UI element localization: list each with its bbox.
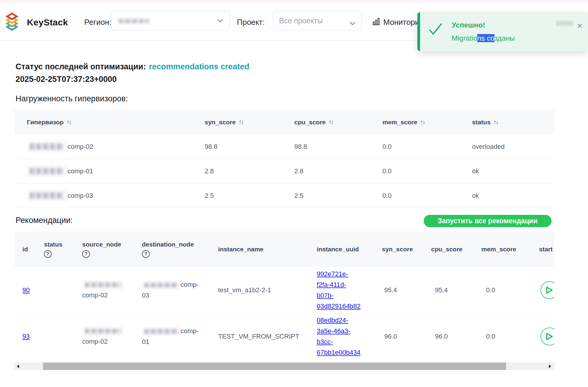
instance-uuid-link[interactable]: 08edbd24-: [317, 315, 348, 326]
project-select-value: Все проекты: [279, 16, 323, 25]
sort-icon: ↑↓: [420, 119, 425, 126]
instance-uuid-link[interactable]: f2fa-411d-: [317, 279, 346, 290]
syn-score-cell: 2.8: [192, 159, 282, 183]
recommendation-status-cell: [36, 267, 74, 314]
source-node-cell: comp-02: [74, 267, 134, 314]
hypervisors-table: Гипервизор↑↓ syn_score↑↓ cpu_score↑↓ mem…: [14, 110, 554, 208]
status-cell: ok: [460, 159, 554, 183]
column-header-syn-score[interactable]: syn_score↑↓: [192, 110, 282, 134]
instance-name-cell: TEST_VM_FROM_SCRIPT: [210, 314, 309, 359]
optimization-status-label: Статус последней оптимизации:: [16, 62, 146, 71]
redacted-hostname-prefix: [27, 140, 67, 153]
column-header-mem-score: mem_score: [473, 232, 526, 267]
hypervisor-name-cell: comp-02: [14, 134, 192, 159]
close-icon[interactable]: ×: [574, 20, 586, 32]
chevron-down-icon: [350, 19, 356, 27]
start-migration-play-button[interactable]: [540, 328, 554, 345]
column-header-hypervisor[interactable]: Гипервизор↑↓: [14, 110, 192, 134]
start-cell: [526, 267, 554, 314]
column-header-mem-score[interactable]: mem_score↑↓: [370, 110, 460, 134]
instance-uuid-link[interactable]: b07b-: [317, 290, 333, 301]
mem-score-cell: 0.0: [370, 134, 460, 159]
cpu-score-cell: 2.8: [282, 159, 370, 183]
start-migration-play-button[interactable]: [540, 281, 554, 299]
column-header-cpu-score[interactable]: cpu_score↑↓: [282, 110, 370, 134]
scrollbar-thumb[interactable]: [43, 362, 506, 370]
recommendations-table-viewport: id status? source_node? destination_node…: [14, 232, 554, 360]
column-header-instance-name: instance_name: [210, 232, 309, 267]
bar-chart-icon: [372, 17, 381, 28]
status-cell: overloaded: [460, 134, 554, 159]
region-select[interactable]: [111, 11, 229, 30]
recommendation-id-cell: 90: [14, 267, 36, 314]
project-select[interactable]: Все проекты: [273, 11, 362, 30]
destination-node-cell: comp-03: [134, 267, 210, 314]
instance-uuid-link[interactable]: b3cc-: [317, 336, 333, 347]
redacted-hostname-prefix: [27, 189, 67, 202]
scroll-right-arrow-icon[interactable]: [549, 365, 551, 368]
check-icon: [429, 23, 442, 37]
sort-icon: ↑↓: [329, 119, 333, 126]
top-strip: [0, 0, 588, 4]
syn-score-cell: 2.5: [192, 183, 282, 208]
mem-score-cell: 0.0: [473, 314, 526, 359]
recommendation-id-link[interactable]: 93: [22, 333, 30, 340]
column-header-source-node: source_node?: [74, 232, 134, 267]
syn-score-cell: 96.0: [374, 314, 423, 359]
help-icon[interactable]: ?: [44, 250, 52, 258]
column-header-id: id: [14, 232, 36, 267]
column-header-syn-score: syn_score: [374, 232, 423, 267]
project-label: Проект:: [237, 4, 265, 41]
hypervisors-heading: Нагруженность гипервизоров:: [16, 94, 128, 103]
hypervisor-name-cell: comp-01: [14, 159, 192, 183]
column-header-destination-node: destination_node?: [134, 232, 210, 267]
column-header-status[interactable]: status↑↓: [460, 110, 554, 134]
instance-uuid-link[interactable]: 67bb1e00b434: [317, 347, 361, 358]
instance-uuid-cell: 992e721e- f2fa-411d- b07b- 03d829164b82: [309, 267, 374, 314]
help-icon[interactable]: ?: [142, 250, 150, 258]
keystack-app: KeyStack Регион: Проект: Все проекты: [0, 0, 588, 387]
column-header-status: status?: [36, 232, 74, 267]
recommendation-id-cell: 93: [14, 314, 36, 359]
syn-score-cell: 95.4: [374, 267, 423, 314]
optimization-status-line: Статус последней оптимизации:recommendat…: [16, 62, 249, 71]
hypervisor-name-cell: comp-03: [14, 183, 192, 208]
redacted-hostname-prefix: [82, 326, 124, 336]
optimization-timestamp: 2025-02-25T07:37:23+0000: [16, 75, 117, 84]
redacted-hostname-prefix: [27, 165, 67, 178]
selected-text: ns co: [477, 34, 494, 42]
toast-message: Migrations coзданы: [452, 34, 515, 42]
recommendation-status-cell: [36, 314, 74, 359]
column-header-cpu-score: cpu_score: [423, 232, 473, 267]
instance-uuid-link[interactable]: 992e721e-: [317, 269, 348, 279]
toast-title: Успешно!: [452, 21, 485, 29]
recommendation-id-link[interactable]: 90: [22, 286, 30, 294]
cpu-score-cell: 2.5: [282, 183, 370, 208]
chevron-down-icon: [217, 19, 223, 24]
start-cell: [526, 314, 554, 359]
syn-score-cell: 98.8: [192, 134, 282, 159]
recommendations-heading: Рекомендации:: [16, 216, 73, 225]
recommendations-table: id status? source_node? destination_node…: [14, 232, 554, 359]
mem-score-cell: 0.0: [370, 159, 460, 183]
horizontal-scrollbar[interactable]: [14, 362, 554, 370]
help-icon[interactable]: ?: [82, 250, 90, 258]
destination-node-cell: comp-01: [134, 314, 210, 359]
run-all-recommendations-button[interactable]: Запустить все рекомендации: [424, 215, 552, 227]
column-header-start: start: [526, 232, 554, 267]
sort-icon: ↑↓: [494, 119, 498, 126]
optimization-status-value: recommendations created: [149, 62, 249, 71]
region-label: Регион:: [84, 4, 111, 41]
instance-uuid-link[interactable]: 3a5e-46a3-: [317, 326, 350, 336]
redacted-hostname-prefix: [142, 327, 180, 336]
redacted-toast-detail: [554, 19, 576, 28]
status-cell: ok: [460, 183, 554, 208]
brand-title: KeyStack: [27, 4, 68, 41]
redacted-region-value: [117, 17, 151, 25]
cpu-score-cell: 96.0: [423, 314, 473, 359]
mem-score-cell: 0.0: [473, 267, 526, 314]
instance-uuid-cell: 08edbd24- 3a5e-46a3- b3cc- 67bb1e00b434: [309, 314, 374, 359]
scroll-left-arrow-icon[interactable]: [17, 365, 19, 368]
column-header-instance-uuid: instance_uuid: [309, 232, 374, 267]
instance-uuid-link[interactable]: 03d829164b82: [317, 301, 361, 312]
